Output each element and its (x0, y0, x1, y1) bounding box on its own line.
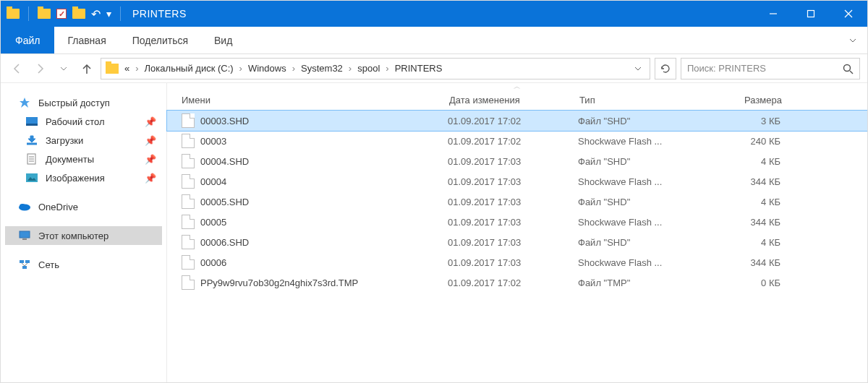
ribbon: Файл Главная Поделиться Вид (1, 27, 867, 54)
onedrive-icon (18, 201, 31, 212)
quick-access-toolbar: ↶ ▾ (7, 7, 124, 21)
table-row[interactable]: PPy9w9rvu7ob30g2n4ghix7s3rd.TMP01.09.201… (167, 272, 867, 293)
tab-view[interactable]: Вид (201, 27, 245, 53)
sidebar-item-label: Документы (46, 154, 94, 165)
folder-icon[interactable] (38, 9, 51, 19)
breadcrumb[interactable]: « (123, 63, 131, 74)
undo-icon[interactable]: ↶ (91, 7, 101, 21)
file-name: 00005 (200, 217, 448, 228)
file-icon (182, 113, 195, 128)
svg-rect-21 (22, 238, 27, 240)
file-type: Shockwave Flash ... (578, 136, 708, 147)
svg-line-25 (22, 263, 25, 266)
svg-rect-24 (22, 266, 27, 269)
breadcrumb[interactable]: PRINTERS (393, 63, 444, 74)
pin-icon: 📌 (145, 173, 156, 184)
file-date: 01.09.2017 17:02 (448, 116, 578, 126)
folder-icon[interactable] (7, 9, 20, 19)
svg-rect-20 (20, 231, 30, 238)
file-type: Файл "SHD" (578, 237, 708, 248)
recent-dropdown[interactable] (54, 59, 73, 78)
table-row[interactable]: 0000401.09.2017 17:03Shockwave Flash ...… (167, 171, 867, 192)
properties-icon[interactable] (56, 9, 67, 19)
sidebar-item-this-pc[interactable]: Этот компьютер (5, 226, 162, 245)
close-button[interactable] (830, 1, 867, 27)
breadcrumb[interactable]: Windows (247, 63, 288, 74)
file-name: PPy9w9rvu7ob30g2n4ghix7s3rd.TMP (200, 277, 448, 288)
chevron-right-icon[interactable]: › (291, 63, 297, 74)
file-name: 00005.SHD (200, 197, 448, 207)
sidebar-item-label: Сеть (38, 259, 59, 270)
sidebar-item-pictures[interactable]: Изображения 📌 (5, 168, 162, 187)
search-placeholder: Поиск: PRINTERS (687, 63, 766, 74)
forward-button[interactable] (31, 59, 50, 78)
column-type[interactable]: Тип (579, 95, 710, 106)
redo-icon[interactable]: ▾ (106, 8, 111, 20)
quick-access-header[interactable]: Быстрый доступ (5, 93, 162, 112)
column-name[interactable]: Имени (182, 95, 449, 106)
file-icon (182, 194, 195, 209)
table-row[interactable]: 00005.SHD01.09.2017 17:03Файл "SHD"4 КБ (167, 192, 867, 212)
svg-rect-23 (25, 260, 30, 263)
file-name: 00003.SHD (200, 116, 448, 126)
column-size[interactable]: Размера (710, 95, 796, 106)
address-bar: « › Локальный диск (C:) › Windows › Syst… (1, 54, 867, 83)
search-icon[interactable] (842, 63, 854, 74)
file-date: 01.09.2017 17:03 (448, 197, 578, 207)
chevron-right-icon[interactable]: › (238, 63, 244, 74)
maximize-button[interactable] (792, 1, 830, 27)
sidebar-item-label: Этот компьютер (38, 231, 109, 241)
chevron-right-icon[interactable]: › (134, 63, 140, 74)
refresh-button[interactable] (655, 58, 676, 79)
file-date: 01.09.2017 17:02 (448, 277, 578, 288)
column-grip[interactable]: ︿ (167, 83, 867, 90)
file-name: 00003 (200, 136, 448, 147)
expand-ribbon-icon[interactable] (838, 27, 867, 53)
file-date: 01.09.2017 17:02 (448, 136, 578, 147)
file-tab[interactable]: Файл (1, 27, 54, 53)
titlebar: ↶ ▾ PRINTERS (1, 1, 867, 27)
tab-share[interactable]: Поделиться (119, 27, 201, 53)
file-type: Файл "SHD" (578, 197, 708, 207)
minimize-button[interactable] (754, 1, 792, 27)
file-icon (182, 154, 195, 168)
svg-marker-10 (28, 136, 35, 142)
file-name: 00006.SHD (200, 237, 448, 248)
folder-icon (106, 64, 119, 74)
file-size: 240 КБ (708, 136, 795, 147)
sidebar-item-documents[interactable]: Документы 📌 (5, 150, 162, 168)
svg-rect-16 (26, 173, 38, 182)
table-row[interactable]: 0000301.09.2017 17:02Shockwave Flash ...… (167, 131, 867, 151)
sidebar-item-onedrive[interactable]: OneDrive (5, 197, 162, 216)
up-button[interactable] (77, 59, 96, 78)
sidebar-item-label: Загрузки (46, 135, 83, 146)
file-date: 01.09.2017 17:03 (448, 176, 578, 187)
search-input[interactable]: Поиск: PRINTERS (681, 58, 860, 79)
sidebar-item-desktop[interactable]: Рабочий стол 📌 (5, 112, 162, 131)
navigation-pane: Быстрый доступ Рабочий стол 📌 Загрузки 📌… (1, 83, 167, 383)
sidebar-item-network[interactable]: Сеть (5, 255, 162, 274)
file-type: Shockwave Flash ... (578, 257, 708, 268)
chevron-right-icon[interactable]: › (384, 63, 390, 74)
back-button[interactable] (8, 59, 27, 78)
new-folder-icon[interactable] (72, 9, 85, 19)
address-box[interactable]: « › Локальный диск (C:) › Windows › Syst… (101, 58, 650, 79)
address-dropdown-icon[interactable] (629, 64, 647, 73)
tab-home[interactable]: Главная (54, 27, 119, 53)
file-size: 4 КБ (708, 237, 795, 248)
breadcrumb[interactable]: System32 (299, 63, 344, 74)
column-date[interactable]: Дата изменения (449, 95, 579, 106)
table-row[interactable]: 0000501.09.2017 17:03Shockwave Flash ...… (167, 212, 867, 232)
breadcrumb[interactable]: Локальный диск (C:) (143, 63, 235, 74)
table-row[interactable]: 00003.SHD01.09.2017 17:02Файл "SHD"3 КБ (167, 111, 867, 131)
sidebar-item-downloads[interactable]: Загрузки 📌 (5, 131, 162, 150)
table-row[interactable]: 00004.SHD01.09.2017 17:03Файл "SHD"4 КБ (167, 151, 867, 171)
table-row[interactable]: 00006.SHD01.09.2017 17:03Файл "SHD"4 КБ (167, 232, 867, 252)
file-list: 00003.SHD01.09.2017 17:02Файл "SHD"3 КБ0… (167, 111, 867, 293)
svg-line-26 (25, 263, 27, 266)
chevron-right-icon[interactable]: › (347, 63, 353, 74)
star-icon (18, 97, 31, 108)
table-row[interactable]: 0000601.09.2017 17:03Shockwave Flash ...… (167, 252, 867, 272)
breadcrumb[interactable]: spool (356, 63, 381, 74)
sidebar-item-label: Изображения (46, 173, 105, 184)
